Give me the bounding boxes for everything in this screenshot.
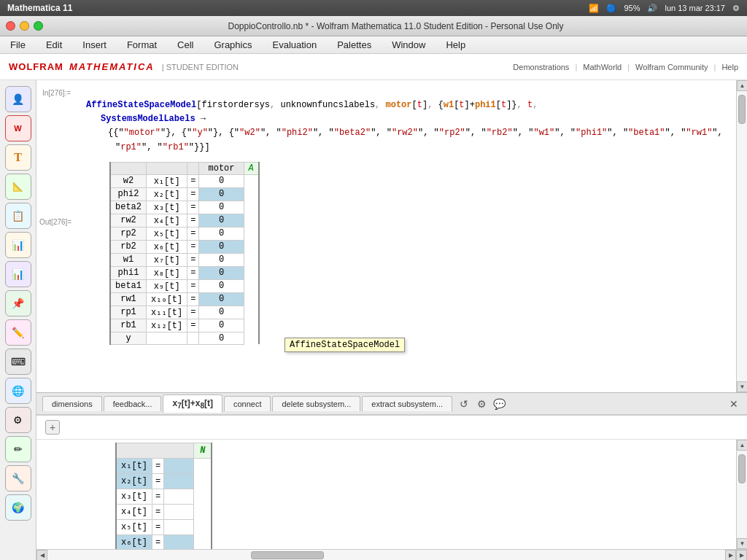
sep3: | (714, 63, 716, 71)
menu-graphics[interactable]: Graphics (209, 38, 256, 52)
hscroll-right2[interactable]: ▶ (736, 550, 747, 561)
link-help[interactable]: Help (721, 63, 738, 71)
sidebar-icon-5[interactable]: 📋 (5, 203, 31, 229)
lower-row-eq: = (152, 505, 164, 520)
state-space-matrix: motor A w2x₁[t]=0phi2x₂[t]=0beta2x₃[t]=0… (109, 162, 260, 345)
menu-edit[interactable]: Edit (42, 38, 66, 52)
menu-palettes[interactable]: Palettes (333, 38, 376, 52)
link-community[interactable]: Wolfram Community (635, 63, 708, 71)
matrix-row-eq (187, 332, 199, 344)
matrix-row-x: x₄[t] (147, 214, 187, 227)
hscroll-left[interactable]: ◀ (36, 550, 47, 561)
sidebar-icon-9[interactable]: ✏️ (5, 319, 31, 346)
matrix-row-val: 0 (199, 319, 244, 332)
matrix-row-x: x₁₁[t] (147, 306, 187, 319)
matrix-row-x (147, 332, 187, 344)
lower-row-val (164, 535, 194, 550)
gear-tab-icon[interactable]: ⚙ (474, 397, 489, 411)
hscroll-right[interactable]: ▶ (725, 550, 736, 561)
matrix-icon-cell[interactable]: A (244, 162, 259, 174)
window-controls[interactable] (6, 21, 43, 31)
scroll-up-arrow[interactable]: ▲ (737, 80, 747, 91)
tab-delete-subsystem[interactable]: delete subsystem... (272, 396, 360, 411)
menu-insert[interactable]: Insert (78, 38, 111, 52)
refresh-icon[interactable]: ↺ (457, 397, 471, 411)
tab-extract-subsystem[interactable]: extract subsystem... (362, 396, 452, 411)
minimize-button[interactable] (20, 21, 29, 31)
hscroll-thumb[interactable] (251, 551, 324, 559)
out-label: Out[276]= (39, 218, 71, 226)
close-button[interactable] (6, 21, 15, 31)
menu-file[interactable]: File (6, 38, 30, 52)
link-mathworld[interactable]: MathWorld (583, 63, 622, 71)
matrix-row-label: rp1 (110, 306, 147, 319)
sidebar-icon-8[interactable]: 📌 (5, 290, 31, 316)
lower-row-x: x₄[t] (116, 505, 152, 520)
link-demonstrations[interactable]: Demonstrations (513, 63, 569, 71)
sidebar-icon-4[interactable]: 📐 (5, 174, 31, 200)
lower-scroll-down[interactable]: ▼ (737, 538, 747, 549)
sidebar-icon-10[interactable]: ⌨ (5, 349, 31, 375)
sidebar-icon-6[interactable]: 📊 (5, 232, 31, 258)
lower-row-val (164, 489, 194, 505)
sidebar-icon-1[interactable]: 👤 (5, 86, 31, 112)
matrix-row-label: w1 (110, 253, 147, 266)
sidebar-icon-7[interactable]: 📊 (5, 261, 31, 287)
horizontal-scrollbar[interactable]: ◀ ▶ ▶ (36, 549, 747, 560)
sidebar-icon-13[interactable]: ✏ (5, 436, 31, 462)
scroll-thumb[interactable] (738, 95, 746, 124)
lower-row-x: x₂[t] (116, 474, 152, 489)
matrix-row-val: 0 (199, 279, 244, 292)
menu-window[interactable]: Window (387, 38, 430, 52)
matrix-row-label: rb1 (110, 319, 147, 332)
tabs-close-button[interactable]: ✕ (727, 397, 741, 411)
scroll-down-arrow[interactable]: ▼ (737, 381, 747, 392)
tab-connect[interactable]: connect (224, 396, 271, 411)
sep1: | (575, 63, 577, 71)
lower-matrix-icon: N (194, 443, 212, 459)
sidebar: 👤 W T 📐 📋 📊 📊 📌 ✏️ ⌨ 🌐 ⚙ ✏ 🔧 🌍 (0, 80, 36, 560)
matrix-row-val: 0 (199, 292, 244, 306)
sidebar-icon-15[interactable]: 🌍 (5, 494, 31, 521)
tab-x7x8[interactable]: x7[t]+x8[t] (163, 394, 222, 413)
bluetooth-icon: 🔵 (606, 4, 616, 13)
chat-icon[interactable]: 💬 (492, 397, 506, 411)
matrix-row-label: w2 (110, 174, 147, 187)
menu-format[interactable]: Format (123, 38, 161, 52)
tab-dimensions[interactable]: dimensions (42, 396, 102, 411)
matrix-row-eq: = (187, 174, 199, 187)
menu-help[interactable]: Help (441, 38, 470, 52)
matrix-row-label: phi1 (110, 266, 147, 279)
lower-row-x: x₅[t] (116, 520, 152, 535)
lower-scroll-track[interactable] (737, 451, 747, 538)
main-area: 👤 W T 📐 📋 📊 📊 📌 ✏️ ⌨ 🌐 ⚙ ✏ 🔧 🌍 (0, 80, 747, 560)
sidebar-icon-11[interactable]: 🌐 (5, 378, 31, 404)
maximize-button[interactable] (34, 21, 43, 31)
lower-matrix-header (116, 443, 194, 459)
matrix-row-eq: = (187, 187, 199, 201)
lower-scroll-up[interactable]: ▲ (737, 440, 747, 451)
matrix-row-x: x₁₀[t] (147, 292, 187, 306)
lower-scroll-thumb[interactable] (738, 454, 746, 483)
matrix-row-eq: = (187, 266, 199, 279)
matrix-row-val: 0 (199, 306, 244, 319)
matrix-row-label: rw2 (110, 214, 147, 227)
matrix-row-label: phi2 (110, 187, 147, 201)
add-cell-button[interactable]: + (45, 420, 60, 435)
lower-row-val (164, 459, 194, 474)
menu-evaluation[interactable]: Evaluation (268, 38, 321, 52)
scroll-track[interactable] (737, 91, 747, 381)
menu-cell[interactable]: Cell (173, 38, 198, 52)
settings-icon[interactable]: ⚙ (732, 4, 740, 13)
lower-scrollbar[interactable]: ▲ ▼ (736, 440, 747, 549)
sidebar-icon-14[interactable]: 🔧 (5, 465, 31, 491)
sidebar-icon-3[interactable]: T (5, 144, 31, 171)
sidebar-icon-12[interactable]: ⚙ (5, 407, 31, 433)
notebook[interactable]: In[276]:= AffineStateSpaceModel[firstord… (36, 80, 747, 560)
vertical-scrollbar[interactable]: ▲ ▼ (736, 80, 747, 392)
matrix-row-val: 0 (199, 227, 244, 240)
sidebar-icon-2[interactable]: W (5, 115, 31, 141)
tab-feedback[interactable]: feedback... (104, 396, 162, 411)
matrix-col-motor: motor (199, 162, 244, 174)
hscroll-track[interactable] (47, 550, 725, 560)
